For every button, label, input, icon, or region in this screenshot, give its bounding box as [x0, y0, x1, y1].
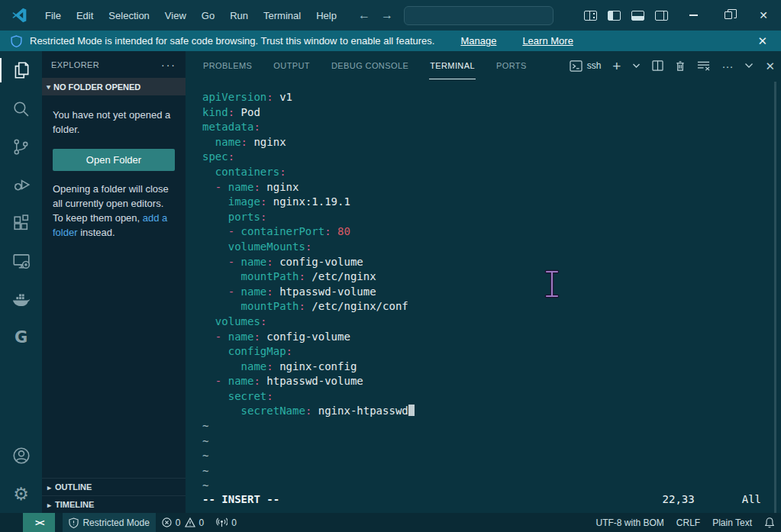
remote-indicator[interactable]: ><: [23, 513, 55, 532]
activitybar-settings[interactable]: ⚙: [0, 475, 42, 513]
explorer-more-actions-icon[interactable]: ···: [161, 59, 176, 71]
open-folder-note: Opening a folder will close all currentl…: [53, 182, 175, 240]
menu-file[interactable]: File: [37, 6, 69, 25]
clear-terminal-icon[interactable]: [697, 60, 710, 71]
open-folder-button[interactable]: Open Folder: [53, 149, 175, 171]
tab-problems[interactable]: PROBLEMS: [202, 53, 253, 79]
terminal-line: - containerPort: 80: [202, 224, 781, 240]
g-extension-icon: G: [15, 328, 27, 347]
language-mode-status[interactable]: Plain Text: [706, 513, 758, 532]
menu-go[interactable]: Go: [194, 6, 222, 25]
terminal-line: - name: config-volume: [202, 330, 781, 345]
banner-close-icon[interactable]: ✕: [751, 34, 773, 48]
activitybar-accounts[interactable]: [0, 437, 42, 475]
tab-output[interactable]: OUTPUT: [273, 53, 311, 79]
launch-profile-chevron-icon[interactable]: [632, 63, 641, 69]
toggle-panel-icon[interactable]: [631, 11, 644, 21]
banner-text: Restricted Mode is intended for safe cod…: [30, 35, 434, 47]
shield-icon: [11, 35, 22, 47]
broadcast-status[interactable]: 0: [210, 513, 243, 532]
activitybar-explorer[interactable]: [0, 51, 42, 89]
empty-folder-text: You have not yet opened a folder.: [53, 108, 175, 137]
terminal-scrollbar[interactable]: [774, 82, 776, 513]
menu-view[interactable]: View: [157, 6, 194, 25]
terminal-line: metadata:: [202, 120, 781, 135]
terminal-line: secret:: [202, 389, 781, 405]
terminal-empty-line: ~: [202, 419, 781, 434]
minimize-button[interactable]: [676, 0, 711, 31]
timeline-label: TIMELINE: [55, 500, 94, 509]
tab-debug-console[interactable]: DEBUG CONSOLE: [331, 53, 409, 79]
toggle-sidebar-icon[interactable]: [608, 11, 621, 21]
terminal-line: - name: htpasswd-volume: [202, 374, 781, 389]
command-center-search-input[interactable]: [404, 6, 553, 25]
terminal-empty-line: ~: [202, 449, 781, 464]
terminal-line: image: nginx:1.19.1: [202, 195, 781, 210]
activitybar-remote-explorer[interactable]: [0, 242, 42, 280]
close-panel-icon[interactable]: ✕: [765, 60, 775, 72]
terminal-line: secretName: nginx-htpasswd: [202, 404, 781, 419]
warnings-icon: [185, 517, 195, 527]
terminal-line: spec:: [202, 150, 781, 165]
terminal-empty-line: ~: [202, 479, 781, 494]
sidebar-spacer: [42, 240, 186, 478]
activitybar-extensions[interactable]: [0, 204, 42, 242]
tab-terminal[interactable]: TERMINAL: [429, 53, 476, 79]
remote-explorer-icon: [11, 251, 31, 271]
terminal-empty-line: ~: [202, 464, 781, 479]
terminal-line: volumes:: [202, 314, 781, 330]
back-arrow-icon[interactable]: ←: [358, 8, 370, 22]
terminal-viewport[interactable]: apiVersion: v1kind: Podmetadata: name: n…: [186, 80, 781, 513]
outline-label: OUTLINE: [55, 482, 92, 492]
activity-bar: G ⚙: [0, 51, 42, 513]
terminal-line: ports:: [202, 210, 781, 225]
run-and-debug-icon: [11, 175, 31, 195]
vim-mode-indicator: -- INSERT --: [202, 492, 279, 508]
notifications-status[interactable]: [758, 513, 781, 532]
terminal-line: apiVersion: v1: [202, 90, 781, 105]
new-terminal-icon[interactable]: +: [612, 59, 621, 73]
source-control-icon: [11, 137, 31, 156]
menu-edit[interactable]: Edit: [69, 6, 101, 25]
manage-link[interactable]: Manage: [460, 35, 496, 47]
terminal-line: mountPath: /etc/nginx/conf: [202, 299, 781, 314]
menu-run[interactable]: Run: [222, 6, 256, 25]
title-bar: File Edit Selection View Go Run Terminal…: [0, 0, 781, 31]
timeline-section[interactable]: ▸ TIMELINE: [42, 495, 186, 513]
close-window-button[interactable]: ✕: [746, 0, 781, 31]
terminal-profile-icon[interactable]: [570, 60, 583, 72]
toggle-secondary-sidebar-icon[interactable]: [655, 11, 668, 21]
problems-status[interactable]: 0 0: [156, 513, 210, 532]
files-icon: [11, 60, 31, 80]
encoding-status[interactable]: UTF-8 with BOM: [590, 513, 670, 532]
forward-arrow-icon[interactable]: →: [381, 8, 393, 22]
restricted-mode-status[interactable]: Restricted Mode: [63, 513, 155, 532]
terminal-line: name: nginx: [202, 135, 781, 150]
activitybar-docker[interactable]: [0, 280, 42, 318]
extensions-icon: [11, 214, 31, 233]
docker-icon: [11, 289, 31, 310]
terminal-label[interactable]: ssh: [587, 60, 602, 71]
split-terminal-icon[interactable]: [652, 60, 663, 71]
menu-help[interactable]: Help: [308, 6, 344, 25]
hide-panel-chevron-icon[interactable]: [744, 63, 754, 69]
more-actions-icon[interactable]: ···: [721, 60, 733, 72]
kill-terminal-icon[interactable]: [675, 60, 686, 72]
outline-section[interactable]: ▸ OUTLINE: [42, 478, 186, 495]
errors-icon: [162, 517, 172, 527]
no-folder-opened-section[interactable]: ▾ NO FOLDER OPENED: [42, 78, 186, 95]
restore-button[interactable]: [711, 0, 746, 31]
activitybar-source-control[interactable]: [0, 127, 42, 166]
customize-layout-icon[interactable]: [584, 11, 597, 21]
activitybar-g-extension[interactable]: G: [0, 318, 42, 356]
menu-terminal[interactable]: Terminal: [256, 6, 308, 25]
activitybar-search[interactable]: [0, 89, 42, 127]
learn-more-link[interactable]: Learn More: [522, 35, 573, 47]
tab-ports[interactable]: PORTS: [495, 53, 528, 79]
eol-status[interactable]: CRLF: [670, 513, 706, 532]
terminal-line: containers:: [202, 165, 781, 180]
activitybar-run-debug[interactable]: [0, 166, 42, 204]
chevron-down-icon: ▾: [47, 83, 50, 91]
menu-bar: File Edit Selection View Go Run Terminal…: [37, 6, 344, 25]
menu-selection[interactable]: Selection: [101, 6, 157, 25]
